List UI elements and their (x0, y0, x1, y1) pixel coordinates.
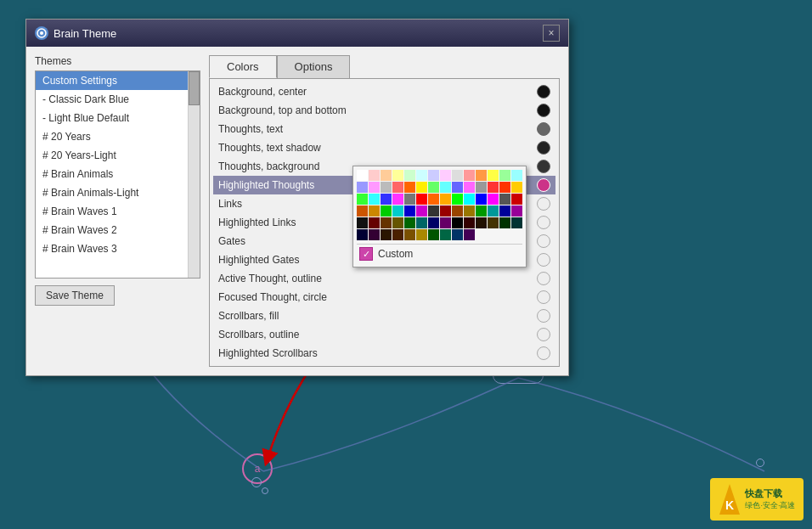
color-cell[interactable] (381, 170, 392, 181)
color-cell[interactable] (369, 205, 380, 217)
color-item-highlighted-scrollbars[interactable]: Highlighted Scrollbars (213, 344, 555, 363)
color-cell[interactable] (404, 205, 415, 217)
color-cell[interactable] (464, 182, 475, 193)
save-theme-button[interactable]: Save Theme (35, 285, 115, 306)
theme-item-brain-waves-3[interactable]: # Brain Waves 3 (36, 239, 200, 258)
color-cell[interactable] (488, 217, 499, 228)
color-cell[interactable] (476, 182, 487, 193)
color-cell[interactable] (404, 217, 415, 228)
color-cell[interactable] (476, 170, 487, 181)
color-cell[interactable] (404, 229, 415, 240)
color-item-scrollbars-fill[interactable]: Scrollbars, fill (213, 307, 555, 325)
dialog-close-button[interactable]: × (543, 25, 560, 42)
color-cell[interactable] (511, 194, 522, 205)
color-item-thoughts-shadow[interactable]: Thoughts, text shadow (213, 138, 555, 157)
color-cell[interactable] (499, 182, 510, 193)
color-cell[interactable] (416, 170, 427, 181)
color-cell[interactable] (464, 170, 475, 181)
color-cell[interactable] (464, 205, 475, 217)
color-cell[interactable] (452, 170, 463, 181)
theme-item-brain-waves-1[interactable]: # Brain Waves 1 (36, 202, 200, 221)
color-cell[interactable] (416, 217, 427, 228)
color-cell[interactable] (440, 170, 451, 181)
color-cell[interactable] (392, 205, 403, 217)
color-cell[interactable] (488, 182, 499, 193)
color-cell[interactable] (452, 194, 463, 205)
theme-item-light-blue[interactable]: - Light Blue Default (36, 109, 200, 127)
color-cell[interactable] (511, 217, 522, 228)
color-item-thoughts-text[interactable]: Thoughts, text (213, 120, 555, 138)
theme-item-classic-dark-blue[interactable]: - Classic Dark Blue (36, 90, 200, 109)
color-cell[interactable] (511, 182, 522, 193)
color-cell[interactable] (357, 229, 368, 240)
color-cell[interactable] (369, 217, 380, 228)
color-cell[interactable] (499, 205, 510, 217)
color-cell[interactable] (452, 205, 463, 217)
tab-colors[interactable]: Colors (209, 55, 277, 78)
color-cell[interactable] (392, 182, 403, 193)
color-cell[interactable] (404, 194, 415, 205)
color-cell[interactable] (428, 170, 439, 181)
theme-item-20years[interactable]: # 20 Years (36, 127, 200, 146)
color-cell[interactable] (511, 205, 522, 217)
color-cell[interactable] (428, 217, 439, 228)
color-cell[interactable] (499, 170, 510, 181)
color-cell[interactable] (392, 170, 403, 181)
color-cell[interactable] (369, 229, 380, 240)
color-cell[interactable] (428, 182, 439, 193)
theme-item-20years-light[interactable]: # 20 Years-Light (36, 146, 200, 165)
color-cell[interactable] (511, 170, 522, 181)
color-cell[interactable] (452, 229, 463, 240)
color-cell[interactable] (476, 217, 487, 228)
color-cell[interactable] (392, 194, 403, 205)
color-cell[interactable] (369, 170, 380, 181)
color-cell[interactable] (499, 194, 510, 205)
color-item-focused-circle[interactable]: Focused Thought, circle (213, 288, 555, 307)
color-cell[interactable] (404, 170, 415, 181)
color-cell[interactable] (357, 205, 368, 217)
color-cell[interactable] (369, 182, 380, 193)
color-cell[interactable] (464, 194, 475, 205)
color-cell[interactable] (464, 217, 475, 228)
color-cell[interactable] (440, 194, 451, 205)
color-cell[interactable] (357, 217, 368, 228)
color-cell[interactable] (488, 194, 499, 205)
color-cell[interactable] (476, 194, 487, 205)
color-item-bg-topbottom[interactable]: Background, top and bottom (213, 101, 555, 120)
theme-item-brain-animals[interactable]: # Brain Animals (36, 165, 200, 183)
color-cell[interactable] (404, 182, 415, 193)
scrollbar-thumb[interactable] (189, 71, 200, 105)
color-cell[interactable] (381, 194, 392, 205)
themes-scrollbar[interactable] (188, 71, 200, 278)
color-cell[interactable] (476, 205, 487, 217)
tab-options[interactable]: Options (277, 55, 351, 78)
color-cell[interactable] (499, 217, 510, 228)
color-cell[interactable] (381, 205, 392, 217)
color-cell[interactable] (416, 194, 427, 205)
color-cell[interactable] (440, 205, 451, 217)
color-cell[interactable] (357, 182, 368, 193)
color-cell[interactable] (452, 182, 463, 193)
color-item-bg-center[interactable]: Background, center (213, 82, 555, 101)
color-cell[interactable] (357, 194, 368, 205)
themes-list-container[interactable]: Custom Settings - Classic Dark Blue - Li… (35, 70, 200, 279)
color-cell[interactable] (416, 229, 427, 240)
color-cell[interactable] (488, 170, 499, 181)
color-cell[interactable] (416, 205, 427, 217)
color-cell[interactable] (416, 182, 427, 193)
color-cell[interactable] (428, 229, 439, 240)
theme-item-brain-animals-light[interactable]: # Brain Animals-Light (36, 183, 200, 202)
color-cell[interactable] (357, 170, 368, 181)
color-cell[interactable] (428, 194, 439, 205)
color-cell[interactable] (452, 217, 463, 228)
theme-item-custom[interactable]: Custom Settings (36, 71, 200, 90)
color-cell[interactable] (369, 194, 380, 205)
color-cell[interactable] (381, 182, 392, 193)
custom-checkbox[interactable]: ✓ (359, 247, 373, 261)
color-cell[interactable] (488, 205, 499, 217)
color-cell[interactable] (440, 217, 451, 228)
theme-item-brain-waves-2[interactable]: # Brain Waves 2 (36, 221, 200, 239)
color-cell[interactable] (392, 229, 403, 240)
color-cell[interactable] (440, 229, 451, 240)
color-cell[interactable] (381, 229, 392, 240)
